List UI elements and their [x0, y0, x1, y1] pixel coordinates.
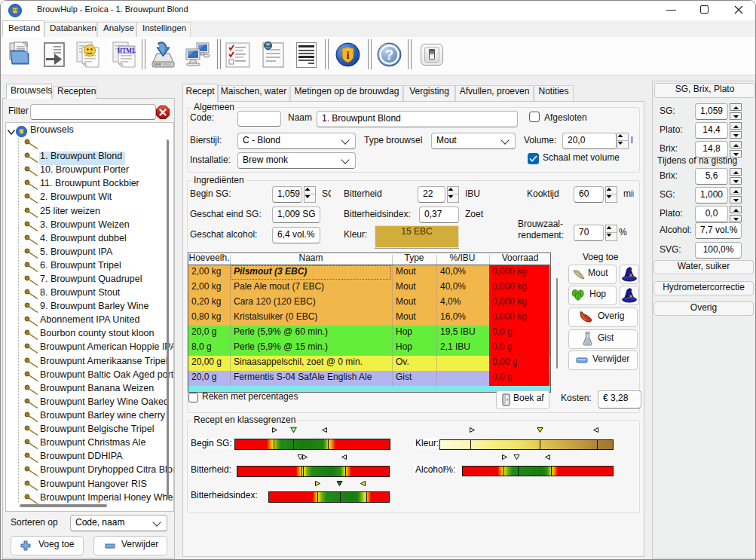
- svg-text:HTML: HTML: [118, 47, 136, 54]
- svg-text:i: i: [346, 49, 349, 61]
- svg-text:?: ?: [385, 47, 393, 63]
